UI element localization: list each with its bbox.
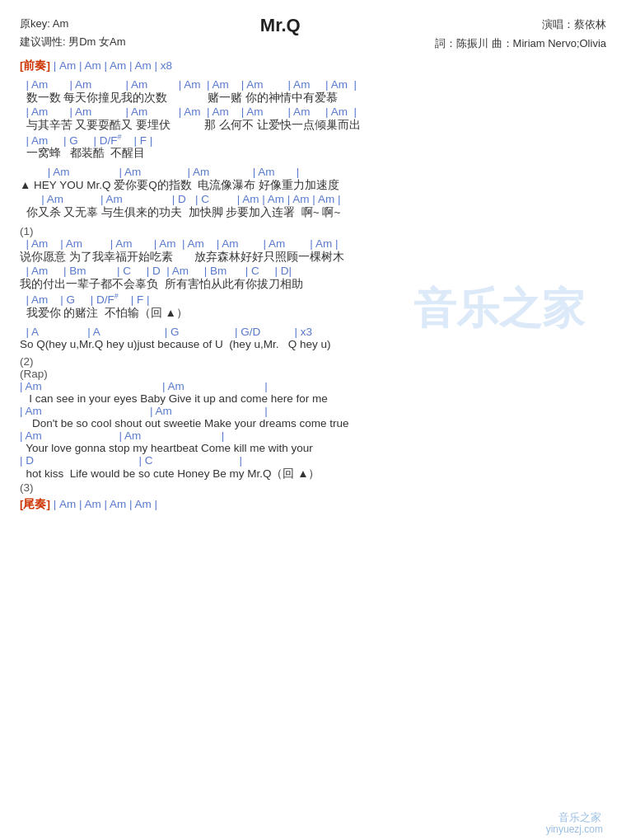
- s1-chord2: | Am | Bm | C | D | Am | Bm | C | D|: [20, 265, 606, 277]
- s2-chord2: | Am | Am |: [20, 405, 606, 417]
- s1-chord1: | Am | Am | Am | Am | Am | Am | Am | Am …: [20, 237, 606, 250]
- verse1-chord3: | Am | G | D/F# | F |: [20, 133, 606, 147]
- bottom-logo: 音乐之家: [558, 810, 601, 825]
- suggest-key: 建议调性: 男Dm 女Am: [20, 33, 126, 51]
- bridge-lyric1: So Q(hey u,Mr.Q hey u)just because of U …: [20, 338, 606, 350]
- singer-label: 演唱：蔡依林: [435, 15, 606, 34]
- section3-label: (3): [20, 481, 606, 494]
- section3-block: (3) [尾奏] | Am | Am | Am | Am |: [20, 481, 606, 512]
- verse1-lyric3: 一窝蜂 都装酷 不醒目: [20, 146, 606, 161]
- s1-lyric3: 我爱你 的赌注 不怕输（回 ▲）: [20, 306, 606, 321]
- s2-lyric3: Your love gonna stop my heartbeat Come k…: [20, 442, 606, 454]
- prelude-chords: | Am | Am | Am | Am | x8: [54, 59, 172, 72]
- s2-lyric1: I can see in your eyes Baby Give it up a…: [20, 392, 606, 405]
- verse1-chord1: | Am | Am | Am | Am | Am | Am | Am | Am …: [20, 78, 606, 91]
- section2-block: (2) (Rap) | Am | Am | I can see in your …: [20, 355, 606, 481]
- section2-sublabel: (Rap): [20, 368, 606, 380]
- verse1-block: | Am | Am | Am | Am | Am | Am | Am | Am …: [20, 78, 606, 162]
- verse1-lyric2: 与其辛苦 又要耍酷又 要埋伏 那 么何不 让爱快一点倾巢而出: [20, 118, 606, 133]
- chorus-chord1: | Am | Am | Am | Am |: [20, 166, 606, 178]
- prelude-label: [前奏]: [20, 59, 50, 72]
- s1-lyric1: 说你愿意 为了我幸福开始吃素 放弃森林好好只照顾一棵树木: [20, 250, 606, 265]
- s2-chord1: | Am | Am |: [20, 380, 606, 392]
- outro: [尾奏] | Am | Am | Am | Am |: [20, 497, 606, 512]
- bridge-block: | A | A | G | G/D | x3 So Q(hey u,Mr.Q h…: [20, 326, 606, 350]
- header-left: 原key: Am 建议调性: 男Dm 女Am: [20, 15, 126, 51]
- header-right: 演唱：蔡依林 詞：陈振川 曲：Miriam Nervo;Olivia: [435, 15, 606, 54]
- song-title: Mr.Q: [126, 15, 435, 36]
- section2-label: (2): [20, 355, 606, 368]
- outro-label: [尾奏]: [20, 498, 50, 510]
- s1-lyric2: 我的付出一辈子都不会辜负 所有害怕从此有你拔刀相助: [20, 277, 606, 292]
- verse1-chord2: | Am | Am | Am | Am | Am | Am | Am | Am …: [20, 106, 606, 118]
- bridge-chord1: | A | A | G | G/D | x3: [20, 326, 606, 338]
- chorus-pre-block: | Am | Am | Am | Am | ▲ HEY YOU Mr.Q 爱你要…: [20, 166, 606, 220]
- lyricist-label: 詞：陈振川 曲：Miriam Nervo;Olivia: [435, 34, 606, 53]
- bottom-url: yinyuezj.com: [546, 824, 603, 835]
- outro-chords: | Am | Am | Am | Am |: [54, 498, 157, 510]
- section1-block: (1) | Am | Am | Am | Am | Am | Am | Am |…: [20, 225, 606, 321]
- chorus-lyric1: ▲ HEY YOU Mr.Q 爱你要Q的指数 电流像瀑布 好像重力加速度: [20, 178, 606, 193]
- s2-lyric4: hot kiss Life would be so cute Honey Be …: [20, 467, 606, 481]
- s1-chord3: | Am | G | D/F# | F |: [20, 292, 606, 306]
- section1-label: (1): [20, 225, 606, 237]
- verse1-lyric1: 数一数 每天你撞见我的次数 赌一赌 你的神情中有爱慕: [20, 91, 606, 106]
- prelude: [前奏] | Am | Am | Am | Am | x8: [20, 59, 606, 73]
- chorus-lyric2: 你又杀 又无辜 与生俱来的功夫 加快脚 步要加入连署 啊~ 啊~: [20, 205, 606, 220]
- s2-chord3: | Am | Am |: [20, 429, 606, 442]
- s2-lyric2: Don't be so cool shout out sweetie Make …: [20, 417, 606, 429]
- original-key: 原key: Am: [20, 15, 126, 33]
- chorus-chord2: | Am | Am | D | C | Am | Am | Am | Am |: [20, 193, 606, 205]
- s2-chord4: | D | C |: [20, 454, 606, 467]
